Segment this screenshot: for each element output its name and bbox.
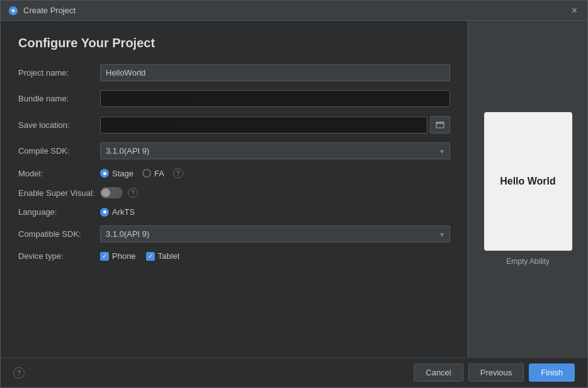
model-stage-radio[interactable]	[100, 169, 109, 178]
app-icon	[8, 6, 18, 16]
model-fa-radio[interactable]	[142, 169, 151, 178]
device-phone-option[interactable]: Phone	[100, 251, 136, 261]
save-location-input[interactable]	[100, 117, 427, 134]
device-type-row: Device type: Phone Tablet	[18, 251, 450, 261]
device-phone-label: Phone	[112, 251, 136, 261]
create-project-dialog: Create Project × Configure Your Project …	[0, 0, 588, 388]
language-label: Language:	[18, 207, 100, 217]
compile-sdk-field: 3.1.0(API 9) 3.0.0(API 8) ▼	[100, 142, 450, 159]
compile-sdk-label: Compile SDK:	[18, 146, 100, 156]
device-phone-checkbox[interactable]	[100, 252, 109, 261]
preview-label: Empty Ability	[506, 257, 550, 266]
compile-sdk-row: Compile SDK: 3.1.0(API 9) 3.0.0(API 8) ▼	[18, 142, 450, 159]
compile-sdk-select-wrapper: 3.1.0(API 9) 3.0.0(API 8) ▼	[100, 142, 450, 159]
model-fa-option[interactable]: FA	[142, 169, 164, 178]
super-visual-toggle[interactable]	[100, 187, 123, 198]
model-field: Stage FA ?	[100, 168, 450, 178]
super-visual-field: ?	[100, 187, 450, 198]
dialog-content: Configure Your Project Project name: Bun…	[1, 21, 587, 357]
save-location-label: Save location:	[18, 120, 100, 130]
project-name-input[interactable]	[100, 64, 450, 81]
device-type-group: Phone Tablet	[100, 251, 450, 261]
device-type-label: Device type:	[18, 251, 100, 261]
language-arkts-option[interactable]: ArkTS	[100, 207, 450, 217]
model-radio-group: Stage FA ?	[100, 168, 450, 178]
save-location-field	[100, 116, 450, 134]
footer: ? Cancel Previous Finish	[1, 357, 587, 387]
super-visual-row: Enable Super Visual: ?	[18, 187, 450, 198]
preview-panel: Hello World Empty Ability	[468, 21, 587, 357]
language-row: Language: ArkTS	[18, 207, 450, 217]
previous-button[interactable]: Previous	[468, 363, 524, 382]
language-arkts-label: ArkTS	[112, 207, 135, 217]
bundle-name-input[interactable]	[100, 90, 450, 107]
finish-button[interactable]: Finish	[529, 363, 575, 382]
preview-card: Hello World	[484, 112, 572, 251]
footer-buttons: Cancel Previous Finish	[414, 363, 575, 382]
device-type-field: Phone Tablet	[100, 251, 450, 261]
bundle-name-row: Bundle name:	[18, 90, 450, 107]
project-name-label: Project name:	[18, 68, 100, 77]
compatible-sdk-field: 3.1.0(API 9) 3.0.0(API 8) ▼	[100, 225, 450, 243]
model-stage-option[interactable]: Stage	[100, 169, 133, 178]
model-label: Model:	[18, 169, 100, 178]
compatible-sdk-row: Compatible SDK: 3.1.0(API 9) 3.0.0(API 8…	[18, 225, 450, 243]
language-field: ArkTS	[100, 207, 450, 217]
footer-help-icon[interactable]: ?	[13, 367, 25, 379]
project-name-row: Project name:	[18, 64, 450, 81]
title-bar: Create Project ×	[1, 1, 587, 21]
compatible-sdk-label: Compatible SDK:	[18, 229, 100, 239]
device-tablet-label: Tablet	[158, 251, 180, 261]
save-location-row: Save location:	[18, 116, 450, 134]
dialog-title: Create Project	[23, 6, 76, 15]
language-arkts-radio[interactable]	[100, 208, 109, 217]
super-visual-help-icon[interactable]: ?	[128, 188, 138, 198]
model-fa-label: FA	[154, 169, 164, 178]
bundle-name-field	[100, 90, 450, 107]
model-help-icon[interactable]: ?	[173, 168, 183, 178]
compatible-sdk-select[interactable]: 3.1.0(API 9) 3.0.0(API 8)	[100, 225, 450, 243]
model-row: Model: Stage FA ?	[18, 168, 450, 178]
title-bar-left: Create Project	[8, 6, 76, 16]
toggle-knob	[101, 188, 110, 197]
device-tablet-checkbox[interactable]	[146, 252, 155, 261]
super-visual-controls: ?	[100, 187, 450, 198]
page-title: Configure Your Project	[18, 36, 450, 50]
cancel-button[interactable]: Cancel	[414, 363, 463, 382]
preview-hello-world: Hello World	[500, 176, 556, 187]
model-stage-label: Stage	[112, 169, 133, 178]
compatible-sdk-select-wrapper: 3.1.0(API 9) 3.0.0(API 8) ▼	[100, 225, 450, 243]
device-tablet-option[interactable]: Tablet	[146, 251, 180, 261]
bundle-name-label: Bundle name:	[18, 94, 100, 103]
folder-icon	[436, 120, 444, 129]
super-visual-label: Enable Super Visual:	[18, 188, 100, 198]
form-panel: Configure Your Project Project name: Bun…	[1, 21, 468, 357]
compile-sdk-select[interactable]: 3.1.0(API 9) 3.0.0(API 8)	[100, 142, 450, 159]
close-button[interactable]: ×	[569, 4, 580, 17]
browse-button[interactable]	[430, 116, 450, 134]
project-name-field	[100, 64, 450, 81]
